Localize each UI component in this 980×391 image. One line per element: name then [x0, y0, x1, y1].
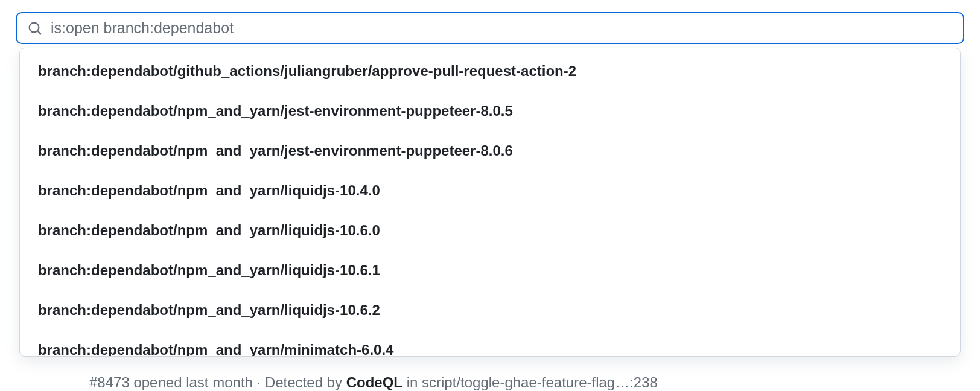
suggestion-dropdown[interactable]: branch:dependabot/github_actions/juliang…	[19, 48, 961, 357]
search-icon	[28, 21, 42, 36]
detected-by-text: · Detected by	[257, 374, 346, 390]
suggestion-item[interactable]: branch:dependabot/npm_and_yarn/jest-envi…	[20, 131, 960, 171]
suggestion-item[interactable]: branch:dependabot/npm_and_yarn/liquidjs-…	[20, 171, 960, 211]
suggestion-item[interactable]: branch:dependabot/npm_and_yarn/jest-envi…	[20, 91, 960, 131]
opened-text: opened last month	[133, 374, 252, 390]
search-input[interactable]	[51, 19, 952, 37]
suggestion-item[interactable]: branch:dependabot/github_actions/juliang…	[20, 48, 960, 91]
codeql-label: CodeQL	[346, 374, 402, 390]
search-box[interactable]	[16, 12, 964, 44]
suggestion-item[interactable]: branch:dependabot/npm_and_yarn/minimatch…	[20, 330, 960, 357]
suggestion-item[interactable]: branch:dependabot/npm_and_yarn/liquidjs-…	[20, 250, 960, 290]
file-location-text: in script/toggle-ghae-feature-flag…:238	[407, 374, 658, 390]
result-row-partial: #8473 opened last month · Detected by Co…	[89, 374, 658, 391]
suggestion-item[interactable]: branch:dependabot/npm_and_yarn/liquidjs-…	[20, 290, 960, 330]
suggestion-item[interactable]: branch:dependabot/npm_and_yarn/liquidjs-…	[20, 211, 960, 250]
issue-number: #8473	[89, 374, 130, 390]
